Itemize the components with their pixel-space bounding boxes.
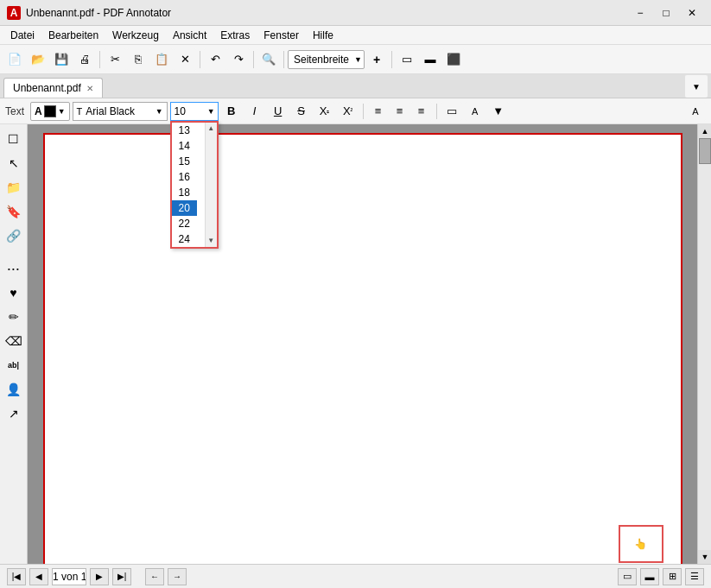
superscript-button[interactable]: X² <box>338 102 359 121</box>
align-right-button[interactable]: ≡ <box>411 102 432 121</box>
format-sep-2 <box>436 104 437 119</box>
menu-fenster[interactable]: Fenster <box>257 28 306 43</box>
copy-button[interactable]: ⎘ <box>127 48 149 71</box>
sidebar-link-button[interactable]: 🔗 <box>3 224 25 247</box>
nav-back-button[interactable]: ← <box>145 568 164 585</box>
redo-button[interactable]: ↷ <box>227 48 250 71</box>
sidebar-pen-button[interactable]: ✏ <box>3 306 25 328</box>
nav-forward-button[interactable]: → <box>168 568 187 585</box>
strikethrough-button[interactable]: S <box>291 102 312 121</box>
sidebar-eraser-button[interactable]: ⌫ <box>3 330 25 352</box>
save-button[interactable]: 💾 <box>50 48 73 71</box>
sidebar-arrow-button[interactable]: ↗ <box>3 402 25 425</box>
scroll-down-icon[interactable]: ▼ <box>205 235 217 247</box>
hand-icon: 👆 <box>634 538 647 550</box>
last-page-button[interactable]: ▶| <box>112 568 131 585</box>
border-button[interactable]: ▭ <box>441 102 462 121</box>
menu-ansicht[interactable]: Ansicht <box>166 28 213 43</box>
view-single-button[interactable]: ▭ <box>618 568 637 585</box>
more-options-button[interactable]: ▼ <box>488 102 509 121</box>
view-double-button[interactable]: ▬ <box>640 568 659 585</box>
font-name-label: Arial Black <box>82 105 155 117</box>
zoom-dropdown[interactable]: Seitenbreite ▼ <box>288 50 365 69</box>
size-item-24[interactable]: 24 <box>172 231 197 247</box>
subscript-button[interactable]: X₂ <box>314 102 335 121</box>
new-button[interactable]: 📄 <box>3 48 26 71</box>
maximize-button[interactable]: □ <box>654 4 678 22</box>
size-item-16[interactable]: 16 <box>172 169 197 185</box>
sidebar-folder-button[interactable]: 📁 <box>3 176 25 199</box>
delete-button[interactable]: ✕ <box>174 48 196 71</box>
menu-datei[interactable]: Datei <box>3 28 41 43</box>
sidebar-stamp-button[interactable]: 👤 <box>3 378 25 401</box>
print-button[interactable]: 🖨 <box>73 48 96 71</box>
italic-button[interactable]: I <box>244 102 265 121</box>
bold-button[interactable]: B <box>221 102 242 121</box>
fit-page-button[interactable]: ▭ <box>396 48 418 71</box>
color-fill-button[interactable]: A <box>465 102 486 121</box>
size-item-15[interactable]: 15 <box>172 154 197 169</box>
next-page-button[interactable]: ▶ <box>90 568 109 585</box>
search-button[interactable]: 🔍 <box>257 48 280 71</box>
size-item-18[interactable]: 18 <box>172 185 197 200</box>
alignment-group: ≡ ≡ ≡ <box>368 102 432 121</box>
sidebar-heart-button[interactable]: ♥ <box>3 281 25 304</box>
size-item-13[interactable]: 13 <box>172 123 197 138</box>
sidebar-select-button[interactable]: ☐ <box>3 128 25 150</box>
scroll-thumb[interactable] <box>699 138 711 164</box>
text-label: Text <box>5 105 24 117</box>
cut-button[interactable]: ✂ <box>104 48 126 71</box>
font-name-input[interactable]: T Arial Black ▼ <box>73 102 168 121</box>
menu-bar: Datei Bearbeiten Werkzeug Ansicht Extras… <box>0 26 711 45</box>
font-size-dropdown-button[interactable]: ▼ <box>205 102 219 121</box>
first-page-button[interactable]: |◀ <box>7 568 26 585</box>
text-color-button[interactable]: A ▼ <box>30 102 70 121</box>
open-button[interactable]: 📂 <box>27 48 49 71</box>
menu-extras[interactable]: Extras <box>213 28 257 43</box>
scroll-up-button[interactable]: ▲ <box>698 124 711 138</box>
view-grid-button[interactable]: ⊞ <box>663 568 682 585</box>
sidebar-bookmark-button[interactable]: 🔖 <box>3 200 25 223</box>
tab-close-icon[interactable]: ✕ <box>86 84 93 93</box>
tab-menu-button[interactable]: ▼ <box>685 75 708 98</box>
toolbar-sep-3 <box>253 51 254 68</box>
format-sep-1 <box>363 104 364 119</box>
sidebar-text-button[interactable]: ab| <box>3 354 25 376</box>
menu-hilfe[interactable]: Hilfe <box>306 28 340 43</box>
fullscreen-button[interactable]: ⬛ <box>442 48 465 71</box>
scroll-up-icon[interactable]: ▲ <box>205 123 217 135</box>
underline-button[interactable]: U <box>268 102 289 121</box>
menu-bearbeiten[interactable]: Bearbeiten <box>41 28 105 43</box>
zoom-in-button[interactable]: + <box>365 48 388 71</box>
main-toolbar: 📄 📂 💾 🖨 ✂ ⎘ 📋 ✕ ↶ ↷ 🔍 Seitenbreite ▼ + ▭… <box>0 45 711 74</box>
align-center-button[interactable]: ≡ <box>390 102 410 121</box>
view-list-button[interactable]: ☰ <box>685 568 704 585</box>
size-item-14[interactable]: 14 <box>172 138 197 154</box>
scroll-track <box>698 138 711 550</box>
prev-page-button[interactable]: ◀ <box>29 568 48 585</box>
color-arrow-icon: ▼ <box>58 107 66 116</box>
paste-button[interactable]: 📋 <box>150 48 173 71</box>
font-size-input[interactable] <box>170 102 205 121</box>
format-toolbar-expand[interactable]: A <box>685 102 706 121</box>
zoom-label: Seitenbreite <box>289 54 354 66</box>
menu-werkzeug[interactable]: Werkzeug <box>105 28 166 43</box>
sidebar-dots-button[interactable]: • • • <box>3 257 25 280</box>
page-input[interactable] <box>52 568 86 585</box>
annotation-box[interactable]: 👆 <box>619 525 663 563</box>
minimize-button[interactable]: − <box>628 4 652 22</box>
size-item-20[interactable]: 20 <box>172 200 197 216</box>
align-left-button[interactable]: ≡ <box>368 102 389 121</box>
fit-width-button[interactable]: ▬ <box>419 48 441 71</box>
close-button[interactable]: ✕ <box>680 4 704 22</box>
status-view-icons: ▭ ▬ ⊞ ☰ <box>618 568 704 585</box>
scroll-down-button[interactable]: ▼ <box>698 550 711 564</box>
size-item-22[interactable]: 22 <box>172 216 197 231</box>
sidebar-cursor-button[interactable]: ↖ <box>3 152 25 174</box>
toolbar-sep-1 <box>99 51 100 68</box>
pdf-tab[interactable]: Unbenannt.pdf ✕ <box>3 78 103 98</box>
undo-button[interactable]: ↶ <box>204 48 226 71</box>
left-sidebar: ☐ ↖ 📁 🔖 🔗 • • • ♥ ✏ ⌫ ab| 👤 ↗ <box>0 124 28 564</box>
toolbar-sep-4 <box>283 51 284 68</box>
pdf-canvas-wrap[interactable]: 👆 <box>28 124 697 564</box>
